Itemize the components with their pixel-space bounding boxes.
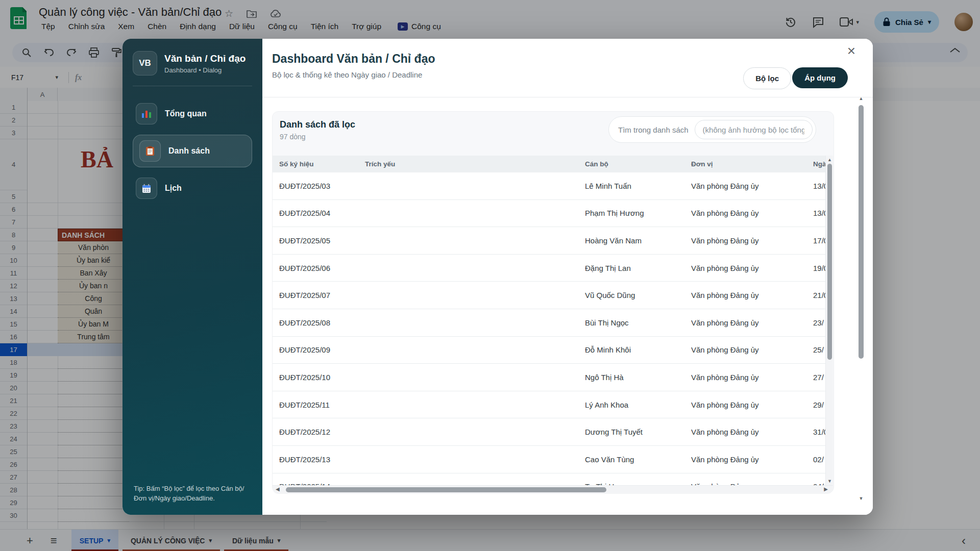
dialog-subtitle: Bộ lọc & thống kê theo Ngày giao / Deadl…: [272, 70, 422, 79]
search-label: Tìm trong danh sách: [618, 126, 689, 134]
table-row[interactable]: ĐUĐT/2025/14Tạ Thị HVăn phòng Đản04/: [273, 473, 825, 485]
col-ngay[interactable]: Ngà: [813, 160, 825, 168]
cell-unit: Văn phòng Đảng ủy: [691, 291, 813, 299]
scrollbar-thumb[interactable]: [859, 105, 864, 359]
apply-button[interactable]: Áp dụng: [792, 67, 848, 88]
cell-id: ĐUĐT/2025/07: [279, 291, 365, 299]
app-badge: VB: [133, 51, 157, 76]
scroll-down-icon[interactable]: ▼: [826, 479, 834, 484]
table-row[interactable]: ĐUĐT/2025/07Vũ Quốc DũngVăn phòng Đảng ủ…: [273, 282, 825, 309]
table-row[interactable]: ĐUĐT/2025/08Bùi Thị NgọcVăn phòng Đảng ủ…: [273, 309, 825, 337]
sidebar-item-tong-quan[interactable]: Tổng quan: [133, 99, 252, 128]
cell-id: ĐUĐT/2025/04: [279, 209, 365, 217]
cell-id: ĐUĐT/2025/03: [279, 182, 365, 190]
cell-unit: Văn phòng Đảng ủy: [691, 455, 813, 464]
panel-title: Danh sách đã lọc: [280, 119, 355, 130]
filter-button[interactable]: Bộ lọc: [743, 67, 791, 89]
table-header: Số ký hiệu Trích yếu Cán bộ Đơn vị Ngà: [273, 156, 825, 172]
cell-unit: Văn phòng Đảng ủy: [691, 345, 813, 354]
col-trich-yeu[interactable]: Trích yếu: [365, 160, 585, 168]
sidebar-item-lich[interactable]: Lịch: [133, 174, 252, 203]
table-row[interactable]: ĐUĐT/2025/10Ngô Thị HàVăn phòng Đảng ủy2…: [273, 364, 825, 391]
sidebar-title: Văn bản / Chỉ đạo: [164, 53, 246, 65]
cell-unit: Văn phòng Đảng ủy: [691, 264, 813, 272]
cell-date: 13/0: [813, 182, 825, 190]
cell-unit: Văn phòng Đảng ủy: [691, 236, 813, 245]
cell-officer: Phạm Thị Hương: [585, 209, 691, 217]
cell-id: ĐUĐT/2025/10: [279, 373, 365, 382]
cell-date: 17/0: [813, 236, 825, 245]
table-horizontal-scrollbar[interactable]: ◀ ▶: [273, 485, 833, 494]
cell-date: 13/0: [813, 209, 825, 217]
cell-date: 02/: [813, 455, 825, 464]
table-row[interactable]: ĐUĐT/2025/05Hoàng Văn NamVăn phòng Đảng …: [273, 227, 825, 255]
scroll-up-icon[interactable]: ▲: [857, 96, 865, 101]
col-don-vi[interactable]: Đơn vị: [691, 160, 813, 168]
header-divider: [262, 97, 873, 97]
table-row[interactable]: ĐUĐT/2025/13Cao Văn TùngVăn phòng Đảng ủ…: [273, 446, 825, 473]
scroll-up-icon[interactable]: ▲: [826, 157, 834, 162]
dialog-main: Dashboard Văn bản / Chỉ đạo Bộ lọc & thố…: [262, 39, 873, 515]
table-body: ĐUĐT/2025/03Lê Minh TuấnVăn phòng Đảng ủ…: [273, 172, 825, 485]
cell-officer: Đặng Thị Lan: [585, 264, 691, 272]
dialog-sidebar: VB Văn bản / Chỉ đạo Dashboard • Dialog …: [122, 39, 262, 515]
bar-chart-icon: [136, 103, 157, 124]
cell-unit: Văn phòng Đảng ủy: [691, 182, 813, 190]
col-so-ky-hieu[interactable]: Số ký hiệu: [279, 160, 365, 168]
cell-officer: Lê Minh Tuấn: [585, 182, 691, 190]
close-icon[interactable]: ×: [847, 44, 855, 58]
sidebar-item-danh-sach[interactable]: Danh sách: [133, 135, 252, 167]
sidebar-tip: Tip: Bấm “Bộ lọc” để lọc theo Cán bộ/Đơn…: [134, 484, 252, 504]
cell-id: ĐUĐT/2025/12: [279, 428, 365, 436]
sidebar-nav: Tổng quan Danh sách Lịch: [133, 99, 252, 203]
cell-officer: Đỗ Minh Khôi: [585, 345, 691, 354]
table-row[interactable]: ĐUĐT/2025/09Đỗ Minh KhôiVăn phòng Đảng ủ…: [273, 337, 825, 364]
cell-officer: Cao Văn Tùng: [585, 455, 691, 464]
cell-unit: Văn phòng Đảng ủy: [691, 209, 813, 217]
table-row[interactable]: ĐUĐT/2025/04Phạm Thị HươngVăn phòng Đảng…: [273, 200, 825, 228]
cell-id: ĐUĐT/2025/13: [279, 455, 365, 464]
cell-date: 27/: [813, 373, 825, 382]
calendar-icon: [136, 178, 157, 199]
sidebar-divider: [133, 86, 252, 86]
table-row[interactable]: ĐUĐT/2025/03Lê Minh TuấnVăn phòng Đảng ủ…: [273, 172, 825, 200]
scroll-right-icon[interactable]: ▶: [824, 486, 828, 492]
table-row[interactable]: ĐUĐT/2025/06Đặng Thị LanVăn phòng Đảng ủ…: [273, 255, 825, 282]
cell-officer: Dương Thị Tuyết: [585, 428, 691, 436]
cell-id: ĐUĐT/2025/11: [279, 400, 365, 409]
scroll-down-icon[interactable]: ▼: [857, 496, 865, 501]
cell-unit: Văn phòng Đảng ủy: [691, 373, 813, 382]
scroll-left-icon[interactable]: ◀: [276, 486, 280, 492]
dashboard-dialog: VB Văn bản / Chỉ đạo Dashboard • Dialog …: [122, 39, 873, 515]
row-count: 97 dòng: [280, 133, 306, 141]
filtered-list-panel: Danh sách đã lọc 97 dòng Tìm trong danh …: [272, 111, 834, 493]
cell-officer: Bùi Thị Ngọc: [585, 318, 691, 327]
cell-unit: Văn phòng Đảng ủy: [691, 400, 813, 409]
table-row[interactable]: ĐUĐT/2025/11Lý Anh KhoaVăn phòng Đảng ủy…: [273, 391, 825, 419]
cell-date: 21/0: [813, 291, 825, 299]
col-can-bo[interactable]: Cán bộ: [585, 160, 691, 168]
cell-unit: Văn phòng Đảng ủy: [691, 428, 813, 436]
table-row[interactable]: ĐUĐT/2025/12Dương Thị TuyếtVăn phòng Đản…: [273, 418, 825, 446]
clipboard-icon: [139, 140, 161, 162]
cell-officer: Ngô Thị Hà: [585, 373, 691, 382]
sidebar-subtitle: Dashboard • Dialog: [164, 66, 246, 74]
search-input[interactable]: [695, 120, 813, 139]
cell-id: ĐUĐT/2025/05: [279, 236, 365, 245]
scrollbar-thumb[interactable]: [286, 487, 606, 492]
cell-date: 19/0: [813, 264, 825, 272]
dialog-title: Dashboard Văn bản / Chỉ đạo: [272, 52, 435, 66]
search-container: Tìm trong danh sách: [608, 116, 816, 143]
cell-date: 29/: [813, 400, 825, 409]
cell-id: ĐUĐT/2025/09: [279, 345, 365, 354]
cell-unit: Văn phòng Đảng ủy: [691, 318, 813, 327]
dialog-vertical-scrollbar[interactable]: ▲ ▼: [857, 96, 865, 501]
cell-officer: Hoàng Văn Nam: [585, 236, 691, 245]
scrollbar-thumb[interactable]: [827, 164, 832, 360]
table-vertical-scrollbar[interactable]: ▲ ▼: [825, 156, 833, 485]
cell-id: ĐUĐT/2025/06: [279, 264, 365, 272]
cell-officer: Lý Anh Khoa: [585, 400, 691, 409]
cell-date: 31/0: [813, 428, 825, 436]
cell-id: ĐUĐT/2025/08: [279, 318, 365, 327]
cell-officer: Vũ Quốc Dũng: [585, 291, 691, 299]
